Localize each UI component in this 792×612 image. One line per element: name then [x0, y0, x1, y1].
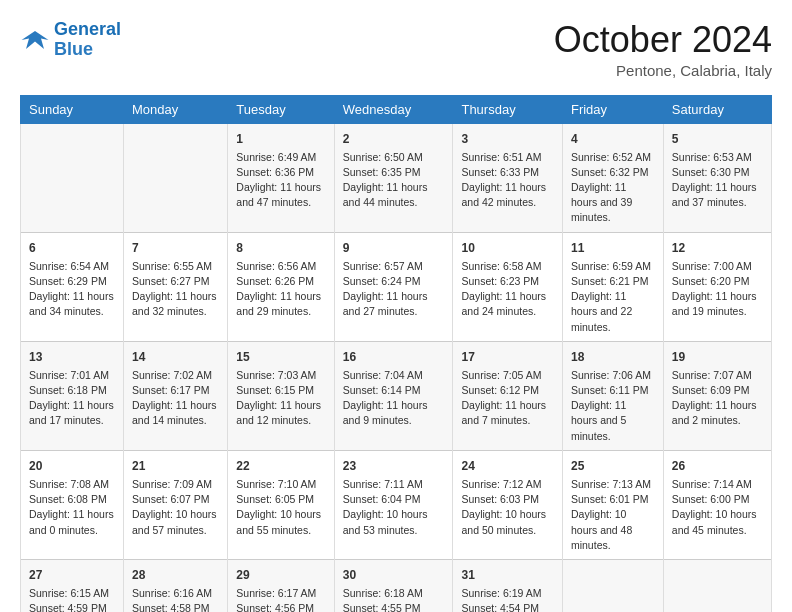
day-number: 22: [236, 457, 325, 475]
day-number: 29: [236, 566, 325, 584]
day-number: 7: [132, 239, 219, 257]
logo-text: General Blue: [54, 20, 121, 60]
calendar-cell: 16Sunrise: 7:04 AM Sunset: 6:14 PM Dayli…: [334, 341, 453, 450]
calendar-cell: 8Sunrise: 6:56 AM Sunset: 6:26 PM Daylig…: [228, 232, 334, 341]
calendar-cell: 24Sunrise: 7:12 AM Sunset: 6:03 PM Dayli…: [453, 450, 563, 559]
logo-line1: General: [54, 19, 121, 39]
calendar-cell: 22Sunrise: 7:10 AM Sunset: 6:05 PM Dayli…: [228, 450, 334, 559]
day-info: Sunrise: 6:49 AM Sunset: 6:36 PM Dayligh…: [236, 150, 325, 211]
header-sunday: Sunday: [21, 95, 124, 123]
day-number: 8: [236, 239, 325, 257]
calendar-cell: [663, 559, 771, 612]
day-info: Sunrise: 7:02 AM Sunset: 6:17 PM Dayligh…: [132, 368, 219, 429]
day-number: 19: [672, 348, 763, 366]
calendar-cell: 23Sunrise: 7:11 AM Sunset: 6:04 PM Dayli…: [334, 450, 453, 559]
calendar-cell: 25Sunrise: 7:13 AM Sunset: 6:01 PM Dayli…: [562, 450, 663, 559]
day-info: Sunrise: 7:04 AM Sunset: 6:14 PM Dayligh…: [343, 368, 445, 429]
day-number: 20: [29, 457, 115, 475]
day-number: 18: [571, 348, 655, 366]
day-number: 17: [461, 348, 554, 366]
day-number: 2: [343, 130, 445, 148]
calendar-cell: 20Sunrise: 7:08 AM Sunset: 6:08 PM Dayli…: [21, 450, 124, 559]
calendar-header: SundayMondayTuesdayWednesdayThursdayFrid…: [21, 95, 772, 123]
day-info: Sunrise: 6:16 AM Sunset: 4:58 PM Dayligh…: [132, 586, 219, 612]
day-number: 10: [461, 239, 554, 257]
day-info: Sunrise: 6:17 AM Sunset: 4:56 PM Dayligh…: [236, 586, 325, 612]
calendar-cell: 3Sunrise: 6:51 AM Sunset: 6:33 PM Daylig…: [453, 123, 563, 232]
day-info: Sunrise: 6:59 AM Sunset: 6:21 PM Dayligh…: [571, 259, 655, 335]
day-info: Sunrise: 7:12 AM Sunset: 6:03 PM Dayligh…: [461, 477, 554, 538]
calendar-cell: 12Sunrise: 7:00 AM Sunset: 6:20 PM Dayli…: [663, 232, 771, 341]
location: Pentone, Calabria, Italy: [554, 62, 772, 79]
svg-marker-0: [22, 31, 49, 49]
day-info: Sunrise: 7:06 AM Sunset: 6:11 PM Dayligh…: [571, 368, 655, 444]
day-info: Sunrise: 6:19 AM Sunset: 4:54 PM Dayligh…: [461, 586, 554, 612]
calendar-cell: 31Sunrise: 6:19 AM Sunset: 4:54 PM Dayli…: [453, 559, 563, 612]
week-row-1: 1Sunrise: 6:49 AM Sunset: 6:36 PM Daylig…: [21, 123, 772, 232]
day-number: 25: [571, 457, 655, 475]
day-info: Sunrise: 7:10 AM Sunset: 6:05 PM Dayligh…: [236, 477, 325, 538]
header-thursday: Thursday: [453, 95, 563, 123]
day-number: 4: [571, 130, 655, 148]
day-number: 23: [343, 457, 445, 475]
calendar-cell: 30Sunrise: 6:18 AM Sunset: 4:55 PM Dayli…: [334, 559, 453, 612]
day-info: Sunrise: 6:50 AM Sunset: 6:35 PM Dayligh…: [343, 150, 445, 211]
calendar-cell: [562, 559, 663, 612]
day-info: Sunrise: 6:58 AM Sunset: 6:23 PM Dayligh…: [461, 259, 554, 320]
calendar-cell: 15Sunrise: 7:03 AM Sunset: 6:15 PM Dayli…: [228, 341, 334, 450]
day-info: Sunrise: 7:00 AM Sunset: 6:20 PM Dayligh…: [672, 259, 763, 320]
month-title: October 2024: [554, 20, 772, 60]
header-friday: Friday: [562, 95, 663, 123]
day-number: 14: [132, 348, 219, 366]
calendar-cell: 14Sunrise: 7:02 AM Sunset: 6:17 PM Dayli…: [123, 341, 227, 450]
day-number: 6: [29, 239, 115, 257]
calendar-cell: 26Sunrise: 7:14 AM Sunset: 6:00 PM Dayli…: [663, 450, 771, 559]
day-number: 24: [461, 457, 554, 475]
header-tuesday: Tuesday: [228, 95, 334, 123]
day-number: 9: [343, 239, 445, 257]
calendar-cell: 1Sunrise: 6:49 AM Sunset: 6:36 PM Daylig…: [228, 123, 334, 232]
calendar-cell: [21, 123, 124, 232]
calendar-cell: 6Sunrise: 6:54 AM Sunset: 6:29 PM Daylig…: [21, 232, 124, 341]
calendar-table: SundayMondayTuesdayWednesdayThursdayFrid…: [20, 95, 772, 612]
day-info: Sunrise: 7:09 AM Sunset: 6:07 PM Dayligh…: [132, 477, 219, 538]
week-row-2: 6Sunrise: 6:54 AM Sunset: 6:29 PM Daylig…: [21, 232, 772, 341]
day-info: Sunrise: 7:05 AM Sunset: 6:12 PM Dayligh…: [461, 368, 554, 429]
logo-line2: Blue: [54, 39, 93, 59]
day-number: 16: [343, 348, 445, 366]
calendar-cell: [123, 123, 227, 232]
day-info: Sunrise: 7:14 AM Sunset: 6:00 PM Dayligh…: [672, 477, 763, 538]
week-row-3: 13Sunrise: 7:01 AM Sunset: 6:18 PM Dayli…: [21, 341, 772, 450]
day-number: 27: [29, 566, 115, 584]
day-number: 31: [461, 566, 554, 584]
day-info: Sunrise: 6:56 AM Sunset: 6:26 PM Dayligh…: [236, 259, 325, 320]
day-info: Sunrise: 7:08 AM Sunset: 6:08 PM Dayligh…: [29, 477, 115, 538]
calendar-cell: 9Sunrise: 6:57 AM Sunset: 6:24 PM Daylig…: [334, 232, 453, 341]
day-info: Sunrise: 6:54 AM Sunset: 6:29 PM Dayligh…: [29, 259, 115, 320]
day-info: Sunrise: 6:55 AM Sunset: 6:27 PM Dayligh…: [132, 259, 219, 320]
day-number: 30: [343, 566, 445, 584]
day-info: Sunrise: 7:13 AM Sunset: 6:01 PM Dayligh…: [571, 477, 655, 553]
calendar-cell: 7Sunrise: 6:55 AM Sunset: 6:27 PM Daylig…: [123, 232, 227, 341]
day-number: 15: [236, 348, 325, 366]
logo-icon: [20, 25, 50, 55]
calendar-cell: 21Sunrise: 7:09 AM Sunset: 6:07 PM Dayli…: [123, 450, 227, 559]
calendar-cell: 27Sunrise: 6:15 AM Sunset: 4:59 PM Dayli…: [21, 559, 124, 612]
day-info: Sunrise: 6:52 AM Sunset: 6:32 PM Dayligh…: [571, 150, 655, 226]
header-saturday: Saturday: [663, 95, 771, 123]
day-number: 26: [672, 457, 763, 475]
calendar-cell: 17Sunrise: 7:05 AM Sunset: 6:12 PM Dayli…: [453, 341, 563, 450]
calendar-cell: 29Sunrise: 6:17 AM Sunset: 4:56 PM Dayli…: [228, 559, 334, 612]
day-info: Sunrise: 7:07 AM Sunset: 6:09 PM Dayligh…: [672, 368, 763, 429]
calendar-cell: 5Sunrise: 6:53 AM Sunset: 6:30 PM Daylig…: [663, 123, 771, 232]
day-info: Sunrise: 6:15 AM Sunset: 4:59 PM Dayligh…: [29, 586, 115, 612]
day-info: Sunrise: 6:18 AM Sunset: 4:55 PM Dayligh…: [343, 586, 445, 612]
day-info: Sunrise: 6:57 AM Sunset: 6:24 PM Dayligh…: [343, 259, 445, 320]
logo: General Blue: [20, 20, 121, 60]
header-row: SundayMondayTuesdayWednesdayThursdayFrid…: [21, 95, 772, 123]
day-info: Sunrise: 6:51 AM Sunset: 6:33 PM Dayligh…: [461, 150, 554, 211]
calendar-cell: 13Sunrise: 7:01 AM Sunset: 6:18 PM Dayli…: [21, 341, 124, 450]
day-number: 12: [672, 239, 763, 257]
day-number: 3: [461, 130, 554, 148]
calendar-body: 1Sunrise: 6:49 AM Sunset: 6:36 PM Daylig…: [21, 123, 772, 612]
